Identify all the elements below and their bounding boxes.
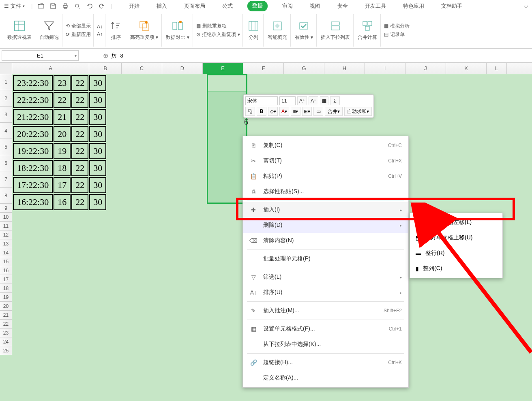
row-header-18[interactable]: 18 [0,284,12,293]
tab-developer[interactable]: 开发工具 [363,1,388,11]
print-preview-icon[interactable] [73,2,82,10]
menu-clear[interactable]: ⌫清除内容(N) [243,233,408,248]
menu-paste[interactable]: 📋粘贴(P)Ctrl+V [243,169,408,184]
tab-page-layout[interactable]: 页面布局 [182,1,208,11]
table-cell[interactable]: 19:22:30 [13,143,53,159]
redo-icon[interactable] [98,2,106,10]
table-cell[interactable]: 22 [71,160,88,176]
menu-copy[interactable]: ⎘复制(C)Ctrl+C [243,138,408,153]
border-icon[interactable]: ⊞▾ [302,107,312,116]
fx-icon[interactable]: fx [112,52,116,59]
row-header-19[interactable]: 19 [0,293,12,302]
grow-font-icon[interactable]: A⁺ [297,96,307,105]
table-cell[interactable]: 23 [54,75,71,91]
row-header-1[interactable]: 1 [0,74,12,90]
tab-insert[interactable]: 插入 [154,1,169,11]
row-header-10[interactable]: 10 [0,213,12,222]
tab-review[interactable]: 审阅 [280,1,295,11]
undo-icon[interactable] [86,2,94,10]
table-cell[interactable]: 22 [71,75,88,91]
row-header-13[interactable]: 13 [0,239,12,248]
col-header-H[interactable]: H [324,63,365,74]
col-header-E[interactable]: E [203,63,243,74]
table-cell[interactable]: 22 [71,177,88,193]
formula-input[interactable] [116,50,532,61]
table-cell[interactable]: 30 [89,75,106,91]
table-cell[interactable]: 17 [54,177,71,193]
table-cell[interactable]: 23:22:30 [13,75,53,91]
submenu-entire-row[interactable]: ▬整行(R) [410,245,502,261]
col-header-I[interactable]: I [365,63,405,74]
menu-hyperlink[interactable]: 🔗超链接(H)...Ctrl+K [243,355,408,370]
table-cell[interactable]: 16 [54,194,71,210]
col-header-F[interactable]: F [243,63,284,74]
row-header-12[interactable]: 12 [0,230,12,239]
table-cell[interactable]: 30 [89,194,106,210]
submenu-shift-up[interactable]: ⬒下方单元格上移(U) [410,230,502,245]
table-cell[interactable]: 19 [54,143,71,159]
cell-style-icon[interactable]: ▭ [313,107,323,116]
row-header-9[interactable]: 9 [0,204,12,213]
tab-formulas[interactable]: 公式 [220,1,235,11]
col-header-C[interactable]: C [122,63,162,74]
search-icon[interactable]: ○ [524,2,528,10]
table-cell[interactable]: 21:22:30 [13,109,53,125]
tab-data[interactable]: 数据 [247,1,268,11]
text-to-columns-button[interactable]: 分列 [244,14,264,47]
tab-view[interactable]: 视图 [307,1,323,11]
shrink-font-icon[interactable]: A⁻ [309,96,318,105]
autosum-button[interactable]: 自动求和▾ [344,107,372,116]
col-header-B[interactable]: B [89,63,122,74]
menu-define-name[interactable]: 定义名称(A)... [243,370,408,386]
table-cell[interactable]: 30 [89,92,106,108]
save-icon[interactable] [49,2,57,10]
font-color-icon[interactable]: A▾ [279,107,289,116]
table-cell[interactable]: 22 [71,92,88,108]
merge-icon[interactable]: ▦ [320,96,328,105]
insert-dropdown-button[interactable]: 插入下拉列表 [317,14,354,47]
row-header-14[interactable]: 14 [0,248,12,257]
row-header-17[interactable]: 17 [0,275,12,284]
row-header-20[interactable]: 20 [0,302,12,311]
sort-desc-button[interactable]: A↑ [97,31,103,37]
table-cell[interactable]: 22 [71,126,88,142]
table-cell[interactable]: 30 [89,126,106,142]
row-header-4[interactable]: 4 [0,123,12,139]
row-header-6[interactable]: 6 [0,155,12,171]
menu-delete[interactable]: 删除(D)▸ [243,218,408,233]
sort-asc-button[interactable]: A↓ [97,24,103,30]
table-cell[interactable]: 30 [89,143,106,159]
row-header-2[interactable]: 2 [0,90,12,107]
sort-button[interactable]: 排序 [106,14,126,47]
row-header-25[interactable]: 25 [0,346,12,355]
file-menu[interactable]: ☰文件▾ [4,2,25,10]
menu-format-cells[interactable]: ▦设置单元格格式(F)...Ctrl+1 [243,321,408,337]
row-header-3[interactable]: 3 [0,107,12,123]
col-header-A[interactable]: A [12,63,89,74]
remove-dup-button[interactable]: ▦删除重复项 [196,23,240,30]
table-cell[interactable]: 20:22:30 [13,126,53,142]
zoom-icon[interactable]: ⊕ [103,52,108,60]
row-header-8[interactable]: 8 [0,188,12,204]
align-icon[interactable]: ≡▾ [291,107,300,116]
print-icon[interactable] [61,2,69,10]
font-name-input[interactable] [245,96,278,105]
tab-doc-helper[interactable]: 文档助手 [439,1,465,11]
table-cell[interactable]: 21 [54,109,71,125]
row-header-7[interactable]: 7 [0,171,12,188]
bold-icon[interactable]: B [257,107,266,116]
consolidate-button[interactable]: 合并计算 [354,14,381,47]
col-header-G[interactable]: G [284,63,324,74]
tab-security[interactable]: 安全 [335,1,350,11]
row-header-16[interactable]: 16 [0,266,12,275]
format-painter-icon[interactable] [245,107,255,116]
menu-comment[interactable]: ✎插入批注(M)...Shift+F2 [243,303,408,318]
col-header-L[interactable]: L [487,63,507,74]
table-cell[interactable]: 22 [54,92,71,108]
fill-color-icon[interactable]: ◇▾ [268,107,278,116]
reapply-button[interactable]: ⟳重新应用 [66,31,91,38]
table-cell[interactable]: 22 [71,143,88,159]
merge-button[interactable]: 合并▾ [325,107,343,116]
table-cell[interactable]: 17:22:30 [13,177,53,193]
tab-special[interactable]: 特色应用 [401,1,427,11]
